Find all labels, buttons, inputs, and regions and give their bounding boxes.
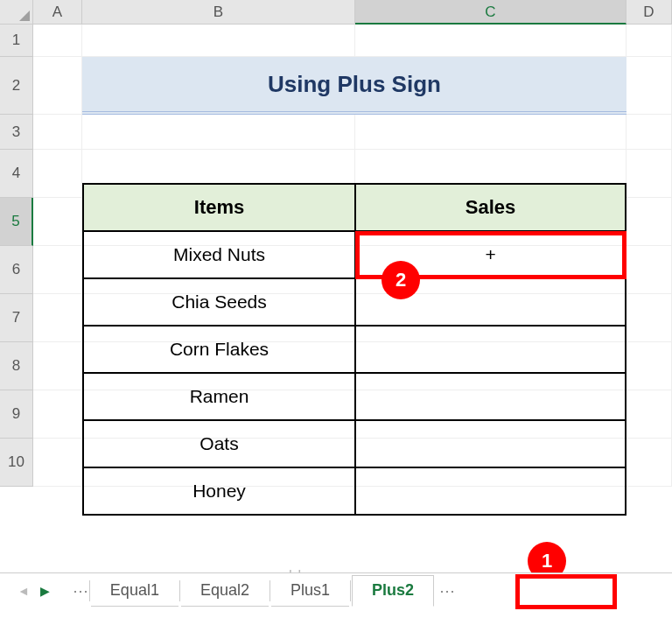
header-sales[interactable]: Sales [355,184,626,231]
tabs-more-left-icon[interactable]: ⋯ [73,581,88,600]
row-header-3[interactable]: 3 [0,115,33,150]
cell-B1[interactable] [82,25,355,57]
cell-A7[interactable] [33,294,82,342]
sheet-tab-plus2[interactable]: Plus2 [352,575,434,607]
row-header-8[interactable]: 8 [0,342,33,390]
cell-A4[interactable] [33,150,82,198]
sales-4[interactable] [355,420,626,467]
row-header-5[interactable]: 5 [0,198,33,246]
sheet-tab-bar: ◄ ▶ ⋯ Equal1 Equal2 Plus1 Plus2 ⋯ [0,572,672,607]
sheet-tab-equal2[interactable]: Equal2 [181,575,269,607]
item-2[interactable]: Corn Flakes [83,326,355,373]
tabs-more-right-icon[interactable]: ⋯ [439,581,455,600]
item-1[interactable]: Chia Seeds [83,278,355,326]
row-header-2[interactable]: 2 [0,57,33,115]
item-5[interactable]: Honey [83,467,355,515]
row-header-10[interactable]: 10 [0,439,33,487]
title-cell[interactable]: Using Plus Sign [82,57,626,115]
cell-D10[interactable] [626,439,672,487]
cell-D4[interactable] [626,150,672,198]
data-table: Items Sales Mixed Nuts+ Chia Seeds Corn … [82,183,626,516]
column-header-D[interactable]: D [626,0,672,25]
row-header-4[interactable]: 4 [0,150,33,198]
cell-C1[interactable] [355,25,626,57]
nav-first-icon[interactable]: ◄ [18,584,30,598]
sales-2[interactable] [355,326,626,373]
sales-1[interactable] [355,278,626,326]
cell-D7[interactable] [626,294,672,342]
cell-B3[interactable] [82,115,355,150]
item-3[interactable]: Ramen [83,373,355,420]
spreadsheet: A B C D 1 2 Using Plus Sign 3 4 [0,0,672,618]
cell-A2[interactable] [33,57,82,115]
column-header-A[interactable]: A [33,0,82,25]
header-items[interactable]: Items [83,184,355,231]
tab-nav: ◄ ▶ [18,584,50,598]
column-header-C[interactable]: C [355,0,626,25]
cell-A3[interactable] [33,115,82,150]
nav-next-icon[interactable]: ▶ [40,584,50,598]
sheet-tab-plus1[interactable]: Plus1 [271,575,349,607]
cell-D5[interactable] [626,198,672,246]
sales-0[interactable]: + [355,231,626,278]
cell-D8[interactable] [626,342,672,390]
row-header-7[interactable]: 7 [0,294,33,342]
cell-A1[interactable] [33,25,82,57]
tab-separator [89,580,90,601]
tab-separator [179,580,180,601]
item-4[interactable]: Oats [83,420,355,467]
cell-A9[interactable] [33,390,82,439]
cell-A5[interactable] [33,198,82,246]
tab-separator [350,580,351,601]
tab-separator [270,580,270,601]
select-all-corner[interactable] [0,0,33,25]
cell-D6[interactable] [626,246,672,294]
cell-A10[interactable] [33,439,82,487]
sales-5[interactable] [355,467,626,515]
sheet-tab-equal1[interactable]: Equal1 [91,575,178,607]
cell-A8[interactable] [33,342,82,390]
cell-C3[interactable] [355,115,626,150]
column-header-row: A B C D [0,0,672,25]
row-header-1[interactable]: 1 [0,25,33,57]
sales-3[interactable] [355,373,626,420]
cell-A6[interactable] [33,246,82,294]
cell-D3[interactable] [626,115,672,150]
cell-D9[interactable] [626,390,672,439]
row-header-6[interactable]: 6 [0,246,33,294]
cell-D2[interactable] [626,57,672,115]
column-header-B[interactable]: B [82,0,355,25]
item-0[interactable]: Mixed Nuts [83,231,355,278]
row-header-9[interactable]: 9 [0,390,33,439]
cell-D1[interactable] [626,25,672,57]
